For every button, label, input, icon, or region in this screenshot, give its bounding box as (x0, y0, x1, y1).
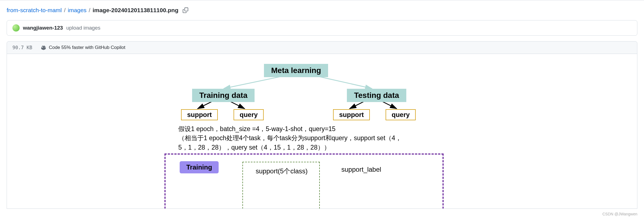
breadcrumb-current: image-20240120113811100.png (93, 7, 179, 14)
avatar[interactable] (12, 24, 20, 32)
node-query-1: query (234, 109, 264, 120)
node-support-2: support (333, 109, 370, 120)
file-info-bar: 90.7 KB Code 55% faster with GitHub Copi… (7, 41, 637, 54)
support-label-text: support_label (341, 166, 381, 173)
copy-path-icon[interactable] (183, 7, 188, 13)
node-query-2: query (386, 109, 416, 120)
svg-line-0 (224, 76, 283, 88)
copilot-text: Code 55% faster with GitHub Copilot (49, 45, 125, 50)
support-box-label: support(5个class) (256, 167, 308, 176)
node-testing-data: Testing data (347, 89, 406, 102)
watermark: CSDN @JWangwen (602, 212, 637, 216)
breadcrumb-folder-link[interactable]: images (68, 7, 87, 14)
diagram-image: Meta learning Training data Testing data… (153, 62, 491, 200)
node-support-1: support (181, 109, 218, 120)
breadcrumb-repo-link[interactable]: from-scratch-to-maml (7, 7, 62, 14)
breadcrumb-sep: / (89, 7, 90, 14)
training-badge: Training (180, 161, 219, 173)
svg-line-1 (316, 76, 372, 88)
commit-author-link[interactable]: wangjiawen-123 (23, 25, 63, 31)
breadcrumb-sep: / (64, 7, 66, 14)
copilot-promo-link[interactable]: Code 55% faster with GitHub Copilot (41, 45, 125, 50)
commit-message[interactable]: upload images (66, 25, 101, 31)
file-size: 90.7 KB (12, 45, 32, 50)
node-training-data: Training data (192, 89, 255, 102)
copilot-icon (41, 45, 47, 50)
breadcrumb: from-scratch-to-maml / images / image-20… (0, 0, 644, 17)
commit-bar: wangjiawen-123 upload images (7, 20, 637, 36)
node-meta-learning: Meta learning (264, 64, 328, 77)
file-content: Meta learning Training data Testing data… (7, 54, 637, 209)
description-text: 假设1 epoch，batch_size =4，5-way-1-shot，que… (178, 124, 441, 152)
